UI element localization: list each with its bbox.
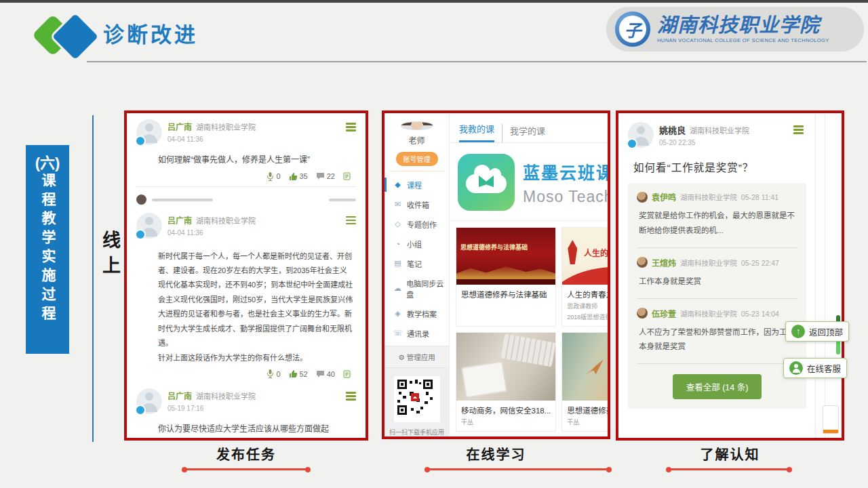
widget-partial xyxy=(823,405,839,434)
post-header: 姚桃良湖南科技职业学院 05-20 22:35 xyxy=(628,122,835,148)
section-banner: (六) 课程教学实施过程 xyxy=(26,145,69,354)
post-org: 湖南科技职业学院 xyxy=(196,123,256,131)
like-stat[interactable]: 35 xyxy=(289,172,308,181)
course-card[interactable]: 思想道德修养与法律基础 思想道德修养与法律基础 xyxy=(456,228,555,326)
teacher-avatar xyxy=(401,121,433,130)
online-service-button[interactable]: 在线客服 xyxy=(783,358,847,378)
college-emblem-icon: 子 xyxy=(614,11,651,47)
header-divider xyxy=(87,61,867,62)
report-icon xyxy=(343,172,351,180)
post-date: 05-19 17:16 xyxy=(167,405,256,412)
qr-caption: 扫一扫下载手机应用 xyxy=(389,428,444,436)
app-name-en: Moso Teach xyxy=(523,188,608,206)
post-divider xyxy=(136,186,356,187)
partially-visible-post xyxy=(136,193,356,207)
notes-stat[interactable] xyxy=(343,172,351,180)
sidebar-item-inbox[interactable]: ✉收件箱 xyxy=(384,195,449,214)
manage-apps-row[interactable]: ⚙ 管理应用 xyxy=(384,346,449,368)
post-menu-icon[interactable] xyxy=(346,119,356,131)
commenter-avatar xyxy=(637,308,648,319)
course-card[interactable]: 思想道德修养与法律基础 干丛 xyxy=(562,333,608,431)
comment-icon xyxy=(316,370,325,378)
post-author: 吕广南 xyxy=(167,123,192,132)
sidebar-menu: ◆课程 ✉收件箱 ◇专题创作 ◔小组 ▤笔记 ☁电脑同步云盘 ◈教学档案 ☏通讯… xyxy=(384,175,449,343)
teacher-badge-icon xyxy=(135,136,146,146)
caption-online-learning: 在线学习 xyxy=(382,444,610,464)
post-meta: 吕广南湖南科技职业学院 04-04 11:36 xyxy=(167,213,256,237)
sidebar-item-contacts[interactable]: ☏通讯录 xyxy=(384,323,449,343)
mic-icon xyxy=(267,369,274,378)
forum-post: 吕广南湖南科技职业学院 05-19 17:16 你认为要尽快适应大学生活应该从哪… xyxy=(127,382,366,441)
sidebar-item-courses[interactable]: ◆课程 xyxy=(384,175,449,195)
comment: 王煊炜 湖南科技职业学院 05-25 22:47 工作本身就是奖赏 xyxy=(637,257,797,289)
college-logo: 子 湖南科技职业学院 HUNAN VOCATIONAL COLLEGE OF S… xyxy=(606,7,864,52)
like-stat[interactable]: 52 xyxy=(289,369,308,378)
teacher-badge-icon xyxy=(135,405,146,415)
user-avatar xyxy=(628,122,654,148)
paper-plane-icon xyxy=(583,359,605,375)
tab-my-learning[interactable]: 我学的课 xyxy=(502,124,545,142)
commenter-avatar xyxy=(637,192,648,203)
sidebar-item-notes[interactable]: ▤笔记 xyxy=(384,253,449,273)
comment-icon xyxy=(316,172,325,180)
post-header: 吕广南湖南科技职业学院 04-04 11:36 xyxy=(136,213,356,239)
post-text: 新时代属于每一个人，每一个人都是新时代的见证者、开创者、建设者。现在20岁左右的… xyxy=(158,249,353,366)
presentation-slide: 诊断改进 子 湖南科技职业学院 HUNAN VOCATIONAL COLLEGE… xyxy=(0,0,868,488)
moso-main: 我教的课 我学的课 蓝墨云班课 Moso Teach xyxy=(450,113,608,436)
account-manage-button[interactable]: 账号管理 xyxy=(396,152,438,166)
moso-banner-text: 蓝墨云班课 Moso Teach xyxy=(523,159,608,206)
sidebar-item-groups[interactable]: ◔小组 xyxy=(384,234,449,253)
emblem-glyph: 子 xyxy=(624,17,641,41)
notes-stat[interactable] xyxy=(343,370,351,378)
thumbs-up-icon xyxy=(289,369,298,378)
post-menu-icon[interactable] xyxy=(346,213,356,225)
tab-my-teaching[interactable]: 我教的课 xyxy=(459,122,494,142)
view-all-button[interactable]: 查看全部 (14 条) xyxy=(673,374,762,399)
post-meta: 吕广南湖南科技职业学院 05-19 17:16 xyxy=(167,388,256,412)
post-menu-icon[interactable] xyxy=(346,388,356,401)
course-icon: ◆ xyxy=(393,180,402,189)
section-title-vertical: 课程教学实施过程 xyxy=(37,173,58,325)
course-cover: 思想道德修养与法律基础 xyxy=(456,228,555,285)
post-date: 05-20 22:35 xyxy=(659,139,749,146)
top-accent-bar xyxy=(0,0,868,3)
caption-cognition: 了解认知 xyxy=(616,444,844,464)
page-title: 诊断改进 xyxy=(103,18,198,48)
post-date: 04-04 11:36 xyxy=(167,136,256,143)
topic-icon: ◇ xyxy=(393,220,402,228)
sidebar-item-topic-creation[interactable]: ◇专题创作 xyxy=(384,214,449,234)
cloud-icon: ☁ xyxy=(393,284,401,293)
user-avatar xyxy=(136,195,146,205)
sidebar-item-teaching-archive[interactable]: ◈教学档案 xyxy=(384,304,449,323)
comment-stat[interactable]: 22 xyxy=(316,172,335,180)
thumbs-up-icon xyxy=(289,172,298,181)
post-stats: 0 35 22 xyxy=(136,172,351,181)
comment: 袁伊鸣 湖南科技职业学院 05-28 11:41 奖赏就是给你工作的机会，最大的… xyxy=(637,191,797,239)
course-cover: 人生的青春之问 xyxy=(562,228,608,285)
post-author: 姚桃良 xyxy=(659,125,686,136)
post-author: 吕广南 xyxy=(167,216,192,226)
post-text: 如何理解“做事先做人，修养是人生第一课” xyxy=(158,153,353,168)
forum-post: 吕广南湖南科技职业学院 04-04 11:36 如何理解“做事先做人，修养是人生… xyxy=(127,113,366,190)
college-name-cn: 湖南科技职业学院 xyxy=(657,16,829,35)
post-meta: 姚桃良湖南科技职业学院 05-20 22:35 xyxy=(659,122,749,146)
decorative-wave xyxy=(389,170,446,172)
course-card[interactable]: 移动商务，网信安全318... 干丛 xyxy=(456,333,555,431)
notes-icon: ▤ xyxy=(393,259,402,268)
comment-stat[interactable]: 40 xyxy=(316,370,335,378)
post-menu-icon[interactable] xyxy=(793,122,804,134)
back-to-top-button[interactable]: ↑ 返回顶部 xyxy=(785,321,849,342)
qr-code xyxy=(394,376,440,422)
report-icon xyxy=(343,370,351,378)
record-stat[interactable]: 0 xyxy=(267,172,280,181)
group-icon: ◔ xyxy=(393,240,402,248)
scrollbar-rail xyxy=(815,113,842,438)
record-stat[interactable]: 0 xyxy=(267,369,280,378)
screenshot-online-learning: 老师 账号管理 ◆课程 ✉收件箱 ◇专题创作 ◔小组 ▤笔记 ☁电脑同步云盘 ◈… xyxy=(382,110,610,439)
mic-icon xyxy=(267,172,274,181)
post-header: 吕广南湖南科技职业学院 04-04 11:36 xyxy=(136,119,356,145)
course-card[interactable]: 人生的青春之问 人生的青春之问 思政课教师 2018版思想道德修养与法律基础 xyxy=(562,228,608,326)
post-org: 湖南科技职业学院 xyxy=(690,127,749,135)
comment-divider xyxy=(637,247,797,248)
sidebar-item-cloud-disk[interactable]: ☁电脑同步云盘 xyxy=(384,273,449,304)
